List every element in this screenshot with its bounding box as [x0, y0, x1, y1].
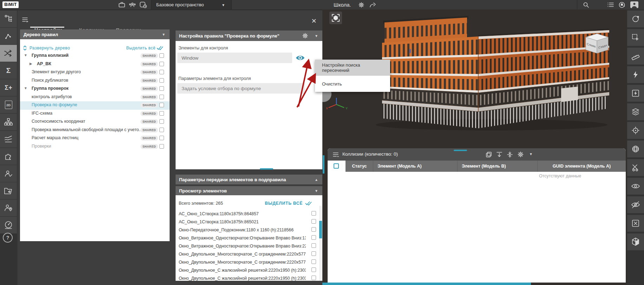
tree-item-ifc-schema[interactable]: IFC-схемаSHARED — [20, 110, 170, 118]
share-icon[interactable] — [369, 2, 376, 8]
show-eye-button[interactable] — [627, 178, 644, 195]
element-checkbox[interactable] — [311, 276, 316, 280]
tree-item-checkbox[interactable] — [159, 111, 164, 116]
tree-item-checkbox[interactable] — [159, 136, 164, 140]
tree-item-checkbox[interactable] — [159, 62, 164, 66]
section-cut-button[interactable] — [627, 159, 644, 176]
sigma-reports-button[interactable]: Σ — [0, 62, 17, 79]
plugins-button[interactable] — [0, 148, 17, 165]
panel-resize-handle[interactable] — [260, 168, 273, 170]
expand-collapse-icon[interactable] — [23, 45, 27, 51]
project-settings-gear-icon[interactable] — [358, 2, 364, 8]
select-all-link[interactable]: Выделить всё — [126, 46, 156, 50]
menu-item-intersection-settings[interactable]: Настройки поиска пересечений — [315, 60, 390, 76]
collision-rules-button[interactable] — [0, 45, 17, 62]
clash-box-button[interactable] — [627, 85, 644, 102]
orbit-button[interactable] — [627, 11, 644, 27]
tree-item-stairs[interactable]: Расчет марша лестницSHARED — [20, 134, 170, 143]
element-list-item[interactable]: Окно_Двупольное_Многостворчатое_С огражд… — [176, 258, 322, 266]
element-list-item[interactable]: АС_Окно_1Створка:1180х1875h:864857 — [176, 210, 322, 218]
analysis-chart-button[interactable] — [0, 131, 17, 148]
element-list-item[interactable]: Окно_Витражное_Одностворчатое:Открывание… — [176, 242, 322, 250]
tree-item-checkbox[interactable] — [159, 128, 164, 132]
rule-settings-header[interactable]: Настройка правила "Проверка по формуле" … — [176, 30, 322, 41]
element-list-item[interactable]: АС_Окно_1Створка:1180х1875h:865021 — [176, 218, 322, 226]
close-panel-icon[interactable]: ✕ — [310, 17, 318, 25]
element-checkbox[interactable] — [311, 227, 316, 232]
sphere-view-button[interactable] — [627, 141, 644, 157]
structure-chart-button[interactable] — [0, 114, 17, 130]
folder-import-button[interactable] — [0, 182, 17, 199]
element-checkbox[interactable] — [311, 267, 316, 272]
rule-tree-header[interactable]: Дерево правил ▼ — [20, 29, 170, 39]
team-icon[interactable] — [129, 2, 136, 8]
elements-select-all-link[interactable]: ВЫДЕЛИТЬ ВСЁ — [265, 201, 303, 206]
element-list-item[interactable]: Окно-Передаточное_Подоконник:1180 х 1160… — [176, 226, 322, 234]
workspace-selector[interactable]: Базовое пространство ▼ — [151, 0, 232, 9]
element-checkbox[interactable] — [311, 235, 316, 240]
user-location-button[interactable] — [0, 199, 17, 216]
collisions-menu-icon[interactable] — [333, 152, 340, 158]
select-all-collisions-checkbox[interactable] — [334, 163, 339, 169]
tree-item-ar-vk[interactable]: ▶АР_ВКSHARED — [20, 60, 170, 69]
project-icon[interactable] — [118, 2, 125, 8]
isolate-box-button[interactable] — [627, 215, 644, 232]
user-account-icon[interactable] — [630, 1, 638, 8]
align-top-icon[interactable] — [496, 151, 502, 158]
model-tree-button[interactable] — [0, 11, 17, 27]
double-check-icon[interactable] — [156, 45, 163, 50]
user-approve-button[interactable] — [0, 165, 17, 182]
elements-scrollbar-track[interactable] — [319, 206, 322, 281]
double-check-icon[interactable] — [305, 201, 312, 206]
help-button[interactable]: ? — [3, 233, 13, 243]
gauge-button[interactable] — [0, 217, 17, 233]
tree-item-checkbox[interactable] — [159, 86, 164, 91]
element-list-item[interactable]: Окно_Витражное_Одностворчатое:Открывание… — [176, 234, 322, 242]
rule-gear-icon[interactable] — [302, 33, 308, 39]
element-checkbox[interactable] — [311, 211, 316, 216]
hide-eye-button[interactable] — [627, 196, 644, 213]
collisions-settings-gear-icon[interactable] — [517, 151, 524, 158]
element-checkbox[interactable] — [311, 219, 316, 224]
element-list-item[interactable]: Окно_Двупольное_С жалюзийной решеткой:22… — [176, 274, 322, 281]
tree-item-checkbox[interactable] — [159, 78, 164, 83]
tree-item-checkbox[interactable] — [159, 70, 164, 74]
sigma-add-button[interactable]: Σ+ — [0, 79, 17, 96]
tree-item-checkbox[interactable] — [159, 144, 164, 149]
task-list-icon[interactable] — [607, 2, 614, 7]
tree-item-group-collisions[interactable]: ▼Группа коллизийSHARED — [20, 52, 170, 60]
tree-item-checkbox[interactable] — [159, 95, 164, 99]
view-cube-widget[interactable]: Слева Сзади — [586, 34, 608, 53]
column-element-a[interactable]: Элемент (Модель A) — [373, 161, 457, 172]
elements-scrollbar-thumb[interactable] — [319, 221, 322, 238]
tree-item-formula-check-selected[interactable]: Проверка по формулеSHARED — [20, 101, 170, 110]
tree-item-attr-control[interactable]: контроль атрибутовSHARED — [20, 93, 170, 102]
profile-status-icon[interactable] — [139, 1, 147, 8]
elements-filter-field[interactable]: Window — [177, 53, 292, 63]
element-list-item[interactable]: Окно_Двупольное_С жалюзийной решеткой:22… — [176, 266, 322, 274]
measure-nodes-button[interactable] — [0, 28, 17, 45]
tree-item-coords[interactable]: Соотносимость координатSHARED — [20, 118, 170, 126]
tree-item-checkbox[interactable] — [159, 103, 164, 107]
select-frame-button[interactable] — [627, 29, 644, 46]
fit-view-button[interactable] — [329, 12, 342, 24]
tree-item-group-checks[interactable]: ▼Группа проверокSHARED — [20, 85, 170, 93]
column-guid-a[interactable]: GUID элемента (Модель A) — [537, 161, 626, 172]
panel-resize-handle[interactable] — [454, 150, 467, 151]
tree-item-checkbox[interactable] — [159, 53, 164, 58]
menu-item-clear[interactable]: Очистить — [315, 76, 390, 92]
subrules-bar[interactable]: Параметры передачи элементов в подправил… — [176, 175, 322, 184]
tree-item-element-inside[interactable]: Элемент внтури другогоSHARED — [20, 68, 170, 77]
section-layers-button[interactable] — [627, 103, 644, 120]
column-status[interactable]: Статус — [346, 161, 373, 172]
formula-condition-field[interactable]: Задать условие отбора по формуле — [177, 83, 305, 94]
search-icon[interactable] — [583, 2, 589, 8]
half-cube-button[interactable] — [627, 233, 644, 250]
expand-tree-link[interactable]: Развернуть дерево — [29, 46, 70, 50]
tree-item-checks[interactable]: ПроверкиSHARED — [20, 143, 170, 151]
align-center-icon[interactable] — [507, 151, 513, 158]
element-checkbox[interactable] — [311, 259, 316, 264]
column-scrollbar-thumb[interactable] — [323, 155, 324, 174]
focus-target-button[interactable] — [627, 122, 644, 139]
panel-menu-icon[interactable] — [22, 17, 29, 23]
